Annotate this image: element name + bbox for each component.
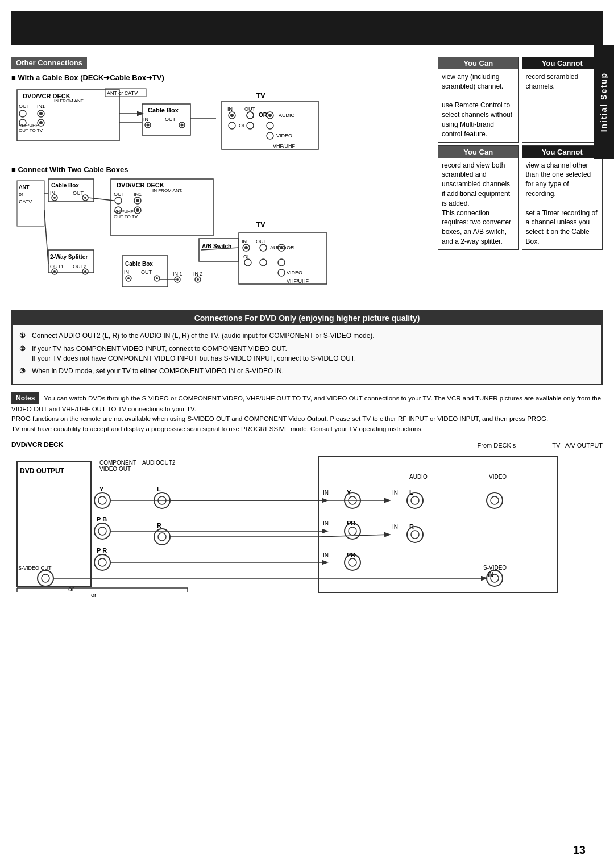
svg-text:or: or [91,591,97,598]
svg-point-31 [230,114,234,117]
svg-text:OUT TO TV: OUT TO TV [114,214,138,219]
svg-text:IN 2: IN 2 [193,271,203,277]
svg-point-130 [98,558,106,566]
you-cannot-content-2: view a channel other than the one select… [522,158,603,249]
panel-row-1: You Can view any (including scrambled) c… [438,57,603,143]
other-connections-header: Other Connections [11,57,87,69]
svg-rect-71 [239,233,327,284]
bottom-diagram-section: DVD/VCR DECK From DECK s TV A/V OUTPUT D… [11,441,603,600]
svg-point-75 [244,246,248,249]
top-header [11,11,603,45]
dvd-item-2: ② If your TV has COMPONENT VIDEO INPUT, … [19,344,595,364]
svg-text:OUT: OUT [19,103,30,109]
svg-line-113 [44,210,48,264]
svg-point-180 [491,574,499,582]
svg-text:AUDIO: AUDIO [279,112,295,118]
svg-text:VIDEO: VIDEO [287,270,302,276]
svg-point-103 [127,277,130,279]
svg-text:OUT: OUT [73,190,84,196]
dvd-item-1: ① Connect AUDIO OUT2 (L, R) to the AUDIO… [19,331,595,341]
notes-text-2: PROG functions on the remote are not ava… [11,415,548,422]
two-cable-boxes-diagram: ■ Connect With Two Cable Boxes ANT or CA… [11,165,431,297]
svg-text:IN FROM ANT.: IN FROM ANT. [54,98,84,103]
svg-text:IN: IN [143,116,148,122]
svg-point-41 [267,122,273,129]
svg-text:IN: IN [227,106,233,112]
dvd-section-title: Connections For DVD Only (enjoying highe… [13,311,601,326]
svg-text:VHF/UHF: VHF/UHF [273,143,295,149]
two-cable-svg: ANT or CATV Cable Box IN OUT DVD/VCR DEC… [11,176,375,295]
you-can-header-2: You Can [438,146,518,158]
svg-point-123 [98,496,106,504]
notes-label: Notes [11,392,39,404]
svg-text:CATV: CATV [19,199,32,205]
svg-point-69 [136,208,139,212]
svg-point-161 [349,527,356,535]
svg-text:ANT: ANT [19,184,30,190]
cable-box-title: ■ With a Cable Box (DECK➜Cable Box➜TV) [11,73,431,82]
cable-box-diagram: ■ With a Cable Box (DECK➜Cable Box➜TV) D… [11,73,431,160]
svg-point-38 [229,122,235,129]
you-cannot-header-2: You Cannot [522,146,603,158]
svg-point-76 [260,244,267,251]
svg-point-167 [407,493,423,508]
svg-point-127 [98,527,106,535]
svg-text:IN1: IN1 [37,103,45,109]
dvd-num-2: ② [19,344,30,364]
svg-point-40 [247,122,254,129]
svg-text:IN: IN [392,524,398,530]
cable-box-svg: DVD/VCR DECK ANT or CATV OUT IN1 IN FROM… [11,84,375,158]
svg-text:AUDIO: AUDIO [409,474,428,480]
svg-text:2-Way Splitter: 2-Way Splitter [50,254,88,260]
svg-text:or: or [68,585,74,593]
you-can-box-1: You Can view any (including scrambled) c… [438,57,519,143]
svg-text:ANT or CATV: ANT or CATV [107,90,138,96]
you-can-box-2: You Can record and view both scrambled a… [438,145,519,250]
svg-point-83 [280,246,283,249]
svg-text:OUT1: OUT1 [50,264,64,269]
bottom-svg: DVD OUTPUT COMPONENT VIDEO OUT Y P B P R… [11,450,580,598]
bottom-from-deck: From DECK s TV A/V OUTPUT [478,442,603,449]
svg-text:AUDIOOUT2: AUDIOOUT2 [142,460,176,466]
svg-point-105 [156,277,158,279]
svg-point-132 [38,570,53,586]
svg-line-114 [88,198,114,201]
svg-text:P R: P R [97,547,107,554]
svg-point-62 [115,197,122,204]
svg-point-81 [278,259,285,266]
svg-text:IN 1: IN 1 [173,271,182,277]
notes-text: You can watch DVDs through the S-VIDEO o… [11,395,601,412]
svg-text:VIDEO: VIDEO [276,133,292,139]
notes-text-3: TV must have capability to accept and di… [11,425,423,432]
svg-text:Cable Box: Cable Box [51,182,79,189]
you-can-header-1: You Can [438,57,518,69]
svg-text:TV: TV [256,220,265,229]
panel-row-2: You Can record and view both scrambled a… [438,145,603,250]
svg-text:VHF/UHF: VHF/UHF [19,123,39,128]
svg-point-7 [19,110,26,117]
svg-text:VHF/UHF: VHF/UHF [287,278,309,284]
notes-section: Notes You can watch DVDs through the S-V… [11,392,603,434]
svg-point-42 [267,132,273,139]
page-container: Initial Setup Other Connections ■ With a… [0,0,614,868]
two-cable-boxes-title: ■ Connect With Two Cable Boxes [11,165,431,174]
you-cannot-box-1: You Cannot record scrambled channels. [522,57,603,143]
svg-point-85 [278,269,285,276]
svg-point-9 [39,112,43,115]
svg-point-129 [94,554,110,570]
svg-text:IN: IN [323,490,329,496]
svg-text:IN: IN [392,490,398,496]
svg-text:or: or [19,191,23,197]
svg-point-24 [181,124,184,127]
svg-point-53 [53,197,56,199]
svg-point-170 [407,527,423,542]
svg-text:OL: OL [239,123,246,128]
svg-point-95 [53,270,56,273]
you-cannot-content-1: record scrambled channels. [522,69,603,94]
you-can-text-1: view any (including scrambled) channel. [442,73,503,90]
svg-point-36 [268,114,272,117]
svg-text:DVD OUTPUT: DVD OUTPUT [20,467,65,475]
svg-point-122 [94,493,110,508]
you-can-text-1b: use Remote Control to select channels wi… [442,101,512,137]
svg-text:L: L [157,486,161,493]
